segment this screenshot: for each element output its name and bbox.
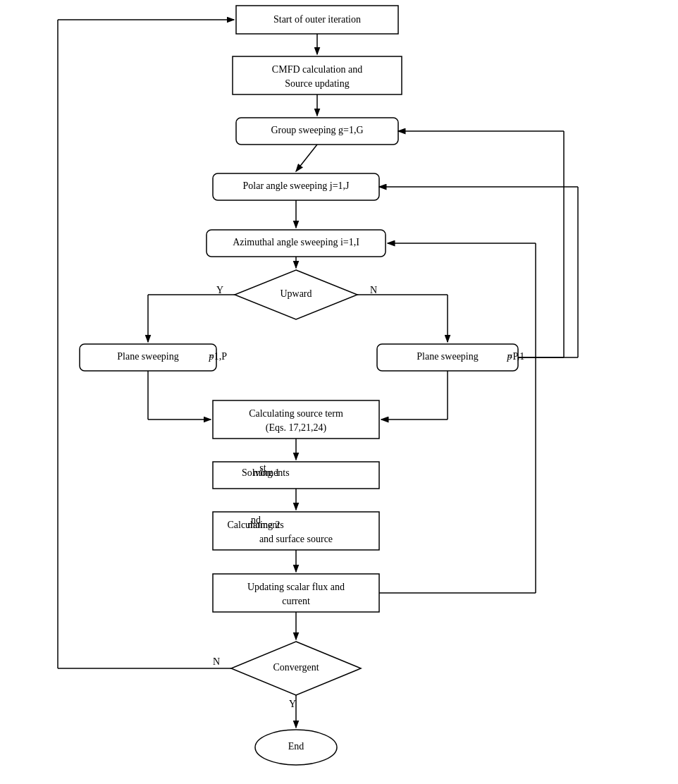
svg-text:Azimuthal angle sweeping i=1,I: Azimuthal angle sweeping i=1,I	[233, 237, 359, 247]
svg-text:Start of outer iteration: Start of outer iteration	[273, 14, 361, 25]
svg-text:current: current	[282, 596, 310, 606]
svg-rect-30	[213, 462, 379, 489]
svg-text:Group sweeping g=1,G: Group sweeping g=1,G	[271, 125, 363, 135]
diagram-final: Start of outer iteration CMFD calculatio…	[0, 0, 678, 784]
svg-text:Source updating: Source updating	[285, 78, 349, 89]
svg-text:and surface source: and surface source	[259, 534, 333, 544]
svg-text:N: N	[213, 656, 220, 667]
svg-text:End: End	[288, 741, 304, 752]
svg-text:=P,1: =P,1	[507, 351, 525, 362]
svg-text:moments: moments	[247, 520, 283, 530]
svg-text:Convergent: Convergent	[273, 662, 319, 673]
svg-text:Plane sweeping: Plane sweeping	[417, 351, 478, 362]
svg-text:(Eqs. 17,21,24): (Eqs. 17,21,24)	[266, 422, 327, 434]
svg-text:Polar angle sweeping j=1,J: Polar angle sweeping j=1,J	[243, 180, 350, 191]
svg-text:Plane sweeping: Plane sweeping	[117, 351, 178, 362]
svg-text:=1,P: =1,P	[209, 351, 227, 362]
svg-text:moments: moments	[253, 467, 289, 478]
svg-text:Upward: Upward	[280, 288, 312, 299]
svg-text:Y: Y	[289, 699, 296, 709]
svg-text:N: N	[370, 285, 377, 295]
svg-text:Y: Y	[216, 285, 223, 295]
svg-text:CMFD calculation and: CMFD calculation and	[272, 64, 362, 75]
svg-text:Calculating source term: Calculating source term	[249, 408, 343, 419]
svg-text:Updating scalar flux and: Updating scalar flux and	[247, 582, 345, 592]
